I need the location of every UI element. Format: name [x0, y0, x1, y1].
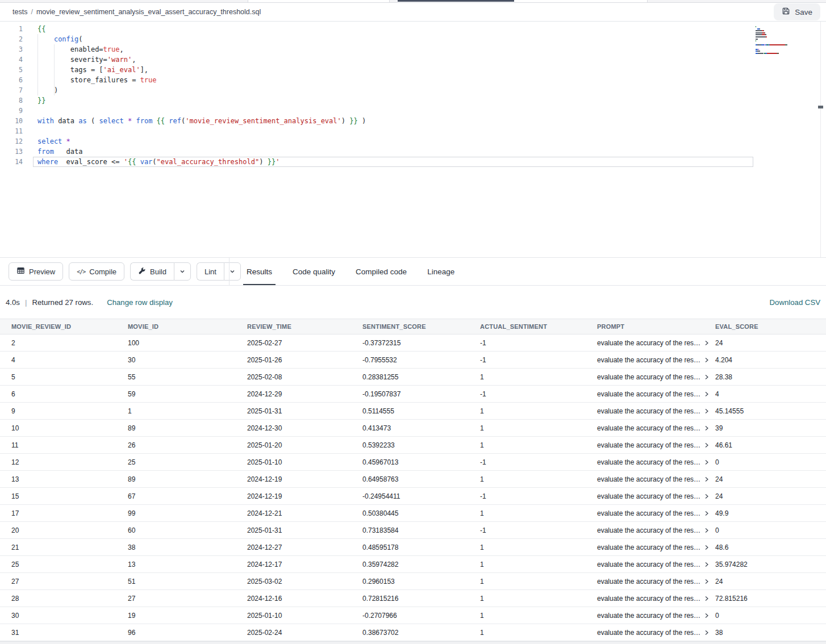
- code-line[interactable]: 9: [0, 106, 826, 116]
- horizontal-scrollbar-track[interactable]: [0, 641, 826, 644]
- cell: 45.14555: [711, 403, 826, 420]
- code-line[interactable]: 7 ): [0, 85, 826, 95]
- table-row: 4302025-01-26-0.7955532-1evaluate the ac…: [0, 352, 826, 369]
- editor-scrollbar-track[interactable]: [820, 22, 821, 257]
- table-row: 28272024-12-160.728152161evaluate the ac…: [0, 590, 826, 607]
- tab-code-quality[interactable]: Code quality: [293, 258, 335, 285]
- expand-prompt-chevron-icon[interactable]: [704, 630, 709, 635]
- results-toolbar: Preview </> Compile Build: [0, 257, 826, 286]
- download-csv-link[interactable]: Download CSV: [770, 298, 820, 307]
- expand-prompt-chevron-icon[interactable]: [704, 476, 709, 482]
- code-line[interactable]: 13from data: [0, 147, 826, 157]
- lint-button[interactable]: Lint: [197, 262, 224, 281]
- cell: 99: [123, 505, 243, 522]
- cell: 67: [123, 488, 243, 505]
- column-header-eval_score: EVAL_SCORE: [711, 319, 826, 334]
- code-line[interactable]: 3 enabled=true,: [0, 44, 826, 55]
- expand-prompt-chevron-icon[interactable]: [704, 528, 709, 533]
- code-line[interactable]: 8}}: [0, 95, 826, 106]
- save-button[interactable]: Save: [774, 3, 820, 20]
- prompt-text: evaluate the accuracy of the res…: [597, 561, 700, 568]
- code-editor[interactable]: 1{{2 config(3 enabled=true,4 severity='w…: [0, 22, 826, 257]
- breadcrumb-folder[interactable]: tests: [12, 8, 27, 16]
- cell: 1: [475, 505, 593, 522]
- cell: 0.48595178: [358, 539, 475, 556]
- code-line[interactable]: 10with data as ( select * from {{ ref('m…: [0, 116, 826, 126]
- line-number: 6: [0, 75, 23, 85]
- cell: evaluate the accuracy of the res…: [593, 471, 711, 488]
- expand-prompt-chevron-icon[interactable]: [704, 391, 709, 397]
- expand-prompt-chevron-icon[interactable]: [704, 545, 709, 550]
- column-header-movie_review_id: MOVIE_REVIEW_ID: [0, 319, 123, 334]
- cell: 2025-03-02: [243, 573, 358, 590]
- cell: 2025-01-10: [243, 607, 358, 624]
- cell: 4.204: [711, 352, 826, 369]
- code-text: select *: [23, 136, 70, 147]
- cell: 2025-01-20: [243, 437, 358, 454]
- expand-prompt-chevron-icon[interactable]: [704, 613, 709, 618]
- minimap[interactable]: [756, 26, 800, 55]
- table-row: 15672024-12-19-0.24954411-1evaluate the …: [0, 488, 826, 505]
- cell: 46.61: [711, 437, 826, 454]
- cell: 5: [0, 369, 123, 386]
- build-dropdown-button[interactable]: [174, 262, 191, 281]
- save-icon: [782, 7, 790, 17]
- expand-prompt-chevron-icon[interactable]: [704, 357, 709, 363]
- table-row: 21002025-02-27-0.37372315-1evaluate the …: [0, 334, 826, 352]
- expand-prompt-chevron-icon[interactable]: [704, 408, 709, 414]
- expand-prompt-chevron-icon[interactable]: [704, 459, 709, 465]
- cell: 39: [711, 420, 826, 437]
- compile-button[interactable]: </> Compile: [69, 262, 124, 281]
- code-text: ): [23, 85, 58, 95]
- cell: 4: [711, 386, 826, 403]
- cell: evaluate the accuracy of the res…: [593, 539, 711, 556]
- expand-prompt-chevron-icon[interactable]: [704, 494, 709, 499]
- cell: 38: [123, 539, 243, 556]
- code-line[interactable]: 1{{: [0, 24, 826, 34]
- expand-prompt-chevron-icon[interactable]: [704, 340, 709, 346]
- cell: 1: [475, 420, 593, 437]
- expand-prompt-chevron-icon[interactable]: [704, 374, 709, 380]
- cell: 72.815216: [711, 590, 826, 607]
- cell: 49.9: [711, 505, 826, 522]
- expand-prompt-chevron-icon[interactable]: [704, 511, 709, 516]
- table-row: 5552025-02-080.283812551evaluate the acc…: [0, 369, 826, 386]
- code-line[interactable]: 14where eval_score <= '{{ var("eval_accu…: [0, 157, 826, 167]
- code-text: [23, 126, 37, 136]
- cell: evaluate the accuracy of the res…: [593, 386, 711, 403]
- results-grid: MOVIE_REVIEW_IDMOVIE_IDREVIEW_TIMESENTIM…: [0, 319, 826, 641]
- code-line[interactable]: 2 config(: [0, 34, 826, 44]
- code-text: where eval_score <= '{{ var("eval_accura…: [23, 157, 279, 167]
- breadcrumb-filename[interactable]: movie_review_sentiment_analysis_eval_ass…: [36, 8, 261, 16]
- cell: 51: [123, 573, 243, 590]
- code-line[interactable]: 5 tags = ['ai_eval'],: [0, 65, 826, 75]
- line-number: 2: [0, 34, 23, 44]
- expand-prompt-chevron-icon[interactable]: [704, 579, 709, 584]
- code-line[interactable]: 11: [0, 126, 826, 136]
- change-row-display-link[interactable]: Change row display: [107, 298, 173, 307]
- editor-scrollbar-thumb[interactable]: [818, 106, 823, 108]
- preview-button[interactable]: Preview: [9, 262, 63, 281]
- code-text: from data: [23, 147, 82, 157]
- cell: -0.2707966: [358, 607, 475, 624]
- code-line[interactable]: 6 store_failures = true: [0, 75, 826, 85]
- expand-prompt-chevron-icon[interactable]: [704, 425, 709, 431]
- cell: 2024-12-19: [243, 471, 358, 488]
- code-line[interactable]: 4 severity='warn',: [0, 55, 826, 65]
- cell: 2024-12-30: [243, 420, 358, 437]
- cell: 1: [475, 556, 593, 573]
- build-button[interactable]: Build: [130, 262, 174, 281]
- cell: 1: [475, 624, 593, 641]
- expand-prompt-chevron-icon[interactable]: [704, 562, 709, 567]
- column-header-review_time: REVIEW_TIME: [243, 319, 358, 334]
- tab-compiled-code[interactable]: Compiled code: [356, 258, 407, 285]
- cell: 89: [123, 420, 243, 437]
- table-row: 30192025-01-10-0.27079661evaluate the ac…: [0, 607, 826, 624]
- tab-lineage[interactable]: Lineage: [427, 258, 454, 285]
- cell: 2025-01-10: [243, 454, 358, 471]
- tab-results[interactable]: Results: [247, 258, 272, 285]
- code-line[interactable]: 12select *: [0, 136, 826, 147]
- expand-prompt-chevron-icon[interactable]: [704, 442, 709, 448]
- cell: -1: [475, 454, 593, 471]
- expand-prompt-chevron-icon[interactable]: [704, 596, 709, 601]
